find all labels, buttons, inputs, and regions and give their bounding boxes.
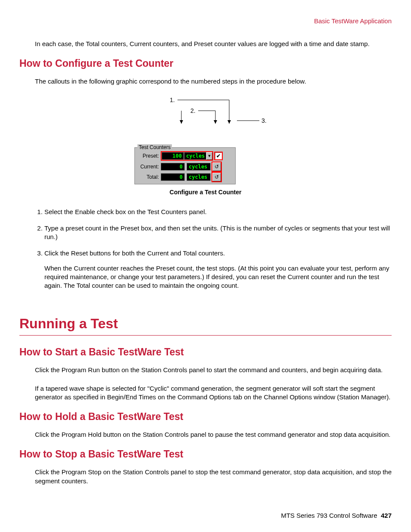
step-2: Type a preset count in the Preset box, a… (44, 224, 392, 242)
preset-label: Preset: (137, 153, 159, 159)
test-counters-panel: Test Counters Preset: 100 cycles ▼ ✔ Cur… (134, 147, 236, 184)
hold-p1: Click the Program Hold button on the Sta… (35, 430, 392, 439)
heading-start-test: How to Start a Basic TestWare Test (19, 346, 392, 358)
heading-hold-test: How to Hold a Basic TestWare Test (19, 411, 392, 423)
breadcrumb: Basic TestWare Application (19, 17, 392, 25)
preset-value-input[interactable]: 100 (162, 152, 184, 160)
callout-2: 2. (190, 107, 196, 114)
heading-stop-test: How to Stop a Basic TestWare Test (19, 448, 392, 460)
start-p1: Click the Program Run button on the Stat… (35, 366, 392, 374)
total-label: Total: (137, 174, 159, 180)
total-row: Total: 0 cycles ↺ (137, 173, 233, 181)
step-2-text: Type a preset count in the Preset box, a… (44, 224, 390, 240)
current-value: 0 (161, 163, 185, 171)
configure-steps-list: Select the Enable check box on the Test … (44, 208, 392, 290)
step-3: Click the Reset buttons for both the Cur… (44, 249, 392, 290)
stop-p1: Click the Program Stop on the Station Co… (35, 468, 392, 485)
intro-paragraph: In each case, the Total counters, Curren… (35, 40, 392, 48)
preset-row: Preset: 100 cycles ▼ ✔ (137, 151, 233, 161)
current-reset-button[interactable]: ↺ (212, 162, 221, 171)
current-unit: cycles (187, 163, 211, 171)
current-row: Current: 0 cycles ↺ (137, 162, 233, 171)
enable-checkbox[interactable]: ✔ (215, 152, 222, 159)
step-1: Select the Enable check box on the Test … (44, 208, 392, 216)
figure-test-counter: 1. 2. 3. Test Counters Preset: 100 cycle… (19, 96, 392, 204)
start-p2: If a tapered wave shape is selected for … (35, 384, 392, 402)
page-footer: MTS Series 793 Control Software 427 (281, 512, 392, 519)
footer-page-number: 427 (381, 512, 392, 519)
footer-product: MTS Series 793 Control Software (281, 512, 377, 519)
step-3-subtext: When the Current counter reaches the Pre… (44, 264, 392, 290)
total-value: 0 (161, 173, 185, 181)
step-3-text: Click the Reset buttons for both the Cur… (44, 249, 225, 257)
configure-intro-paragraph: The callouts in the following graphic co… (35, 77, 392, 86)
heading-configure-test-counter: How to Configure a Test Counter (19, 58, 392, 69)
figure-caption: Configure a Test Counter (170, 189, 242, 196)
heading-running-a-test: Running a Test (19, 316, 392, 332)
preset-unit-select[interactable]: cycles (184, 152, 206, 160)
step-1-text: Select the Enable check box on the Test … (44, 208, 207, 215)
heading-divider (19, 335, 392, 336)
total-reset-button[interactable]: ↺ (212, 173, 221, 181)
total-unit: cycles (187, 173, 211, 181)
callout-3: 3. (262, 117, 267, 124)
current-label: Current: (137, 164, 159, 170)
dropdown-arrow-icon[interactable]: ▼ (206, 152, 212, 160)
panel-legend: Test Counters (137, 144, 172, 150)
callout-1: 1. (170, 96, 175, 103)
